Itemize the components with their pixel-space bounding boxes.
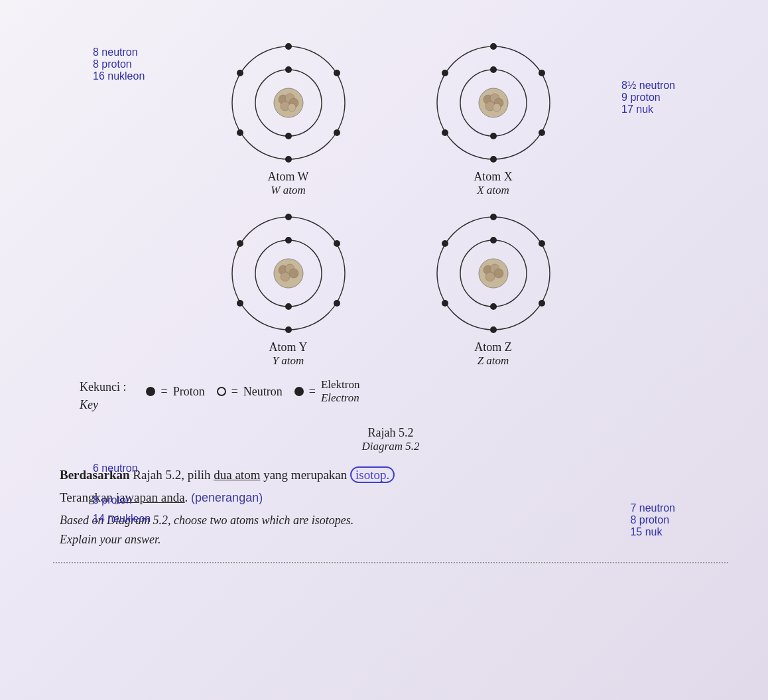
top-row-atoms: 8 neutron 8 proton 16 nukleon [53,40,728,197]
atom-z-wrapper: Atom Z Z atom [420,210,566,368]
svg-point-53 [485,272,495,281]
svg-point-26 [490,43,497,50]
svg-point-43 [334,300,340,307]
atom-y-proton: 8 proton [93,494,151,506]
electron-label: Elektron Electron [321,378,360,405]
atom-w-label: Atom W W atom [267,170,308,197]
svg-point-54 [490,237,497,244]
caption-english: Diagram 5.2 [53,440,728,453]
atom-x-nucleon: 17 nuk [621,104,675,115]
atom-x-diagram [430,40,556,166]
proton-label: Proton [173,385,205,399]
atom-x-neutron: 8½ neutron [621,80,675,92]
atom-z-diagram [430,210,556,336]
svg-point-39 [285,237,292,244]
svg-point-60 [442,300,448,307]
question-block: Berdasarkan Rajah 5.2, pilih dua atom ya… [53,465,728,549]
svg-point-59 [490,326,497,333]
legend-proton: = Proton [146,385,204,399]
svg-point-9 [285,133,292,139]
svg-point-23 [493,104,501,111]
svg-point-13 [285,156,292,163]
svg-point-24 [490,66,497,73]
atom-y-neutron: 6 neutron [93,462,151,474]
svg-point-7 [288,104,296,111]
proton-equals: = [160,385,167,399]
legend: Kekunci : Key = Proton = Neutron = Elekt… [80,378,728,414]
handwritten-note: (penerangan) [191,491,263,504]
atom-y-annotations: 6 neutron 8 proton 14 neukleon [93,462,151,525]
atom-y-nucleon: 14 neukleon [93,513,151,525]
question-malay-line2: Terangkan jawapan anda. (penerangan) [60,488,722,508]
svg-point-42 [334,240,340,247]
atom-z-annotations: 7 neutron 8 proton 15 nuk [630,502,675,538]
svg-point-38 [281,272,290,281]
svg-point-58 [539,300,545,307]
bottom-row-atoms: 6 neutron 8 proton 14 neukleon [53,210,728,368]
atom-x-label: Atom X X atom [474,170,513,197]
neutron-equals: = [231,385,238,399]
svg-point-57 [539,240,545,247]
svg-point-27 [539,70,545,76]
legend-neutron: = Neutron [217,385,283,399]
atom-z-label: Atom Z Z atom [474,340,512,368]
atom-x-annotations: 8½ neutron 9 proton 17 nuk [621,80,675,115]
svg-point-8 [285,66,292,73]
legend-key: Kekunci : Key [80,378,126,414]
svg-point-52 [494,269,503,278]
svg-point-11 [334,70,340,76]
atom-z-neutron: 7 neutron [630,502,675,514]
neutron-label: Neutron [243,385,283,399]
svg-point-61 [442,240,448,247]
svg-point-40 [285,303,292,310]
atom-w-neutron: 8 neutron [93,46,145,58]
electron-equals: = [309,385,316,399]
question-english-line2: Explain your answer. [60,530,722,549]
legend-electron: = Elektron Electron [294,378,360,405]
question-english-line1: Based on Diagram 5.2, choose two atoms w… [60,511,722,530]
atom-x-proton: 9 proton [621,92,675,104]
svg-point-25 [490,133,497,139]
atom-y-label: Atom Y Y atom [269,340,308,368]
atom-w-wrapper: Atom W W atom [216,40,361,197]
atom-w-proton: 8 proton [93,58,145,70]
bottom-dotted-line [53,562,728,563]
atom-z-proton: 8 proton [630,514,675,526]
svg-point-10 [285,43,292,50]
svg-point-15 [237,70,243,76]
atom-w-annotations: 8 neutron 8 proton 16 nukleon [93,46,145,82]
electron-dot-icon [294,387,304,396]
caption: Rajah 5.2 Diagram 5.2 [53,426,728,453]
page: 8 neutron 8 proton 16 nukleon [0,0,768,700]
svg-point-55 [490,303,497,310]
proton-dot-icon [146,387,155,396]
legend-items: = Proton = Neutron = Elektron Electron [146,378,359,405]
svg-point-28 [539,129,545,136]
atom-z-nucleon: 15 nuk [630,526,675,538]
atom-w-nucleon: 16 nukleon [93,70,145,82]
atom-x-wrapper: Atom X X atom [420,40,566,197]
svg-point-46 [237,240,243,247]
svg-point-29 [490,156,497,163]
svg-point-44 [285,326,292,333]
svg-point-45 [237,300,243,307]
atom-y-wrapper: Atom Y Y atom [216,210,361,368]
neutron-dot-icon [217,387,226,396]
svg-point-30 [442,129,448,136]
svg-point-56 [490,214,497,220]
atom-w-diagram [225,40,352,166]
atom-y-diagram [225,210,352,336]
svg-point-37 [289,269,298,278]
svg-point-31 [442,70,448,76]
svg-point-12 [334,129,340,136]
question-malay-line1: Berdasarkan Rajah 5.2, pilih dua atom ya… [60,465,722,485]
svg-point-41 [285,214,292,220]
caption-malay: Rajah 5.2 [53,426,728,440]
svg-point-14 [237,129,243,136]
